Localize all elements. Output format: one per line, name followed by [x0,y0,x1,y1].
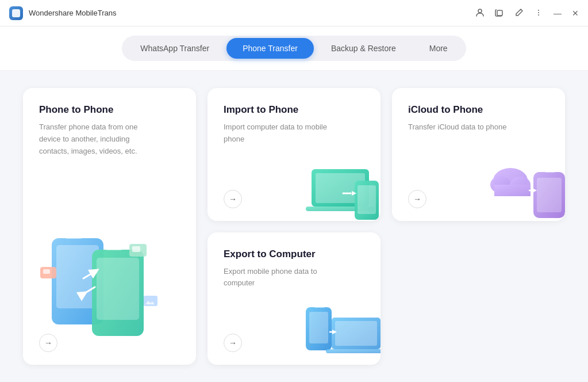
icloud-illustration [485,149,559,215]
card-phone-to-phone[interactable]: Phone to Phone Transfer phone data from … [23,88,196,365]
tab-more[interactable]: More [413,38,464,59]
svg-rect-23 [537,178,562,212]
duplicate-icon[interactable] [495,8,504,18]
card-phone-to-phone-desc: Transfer phone data from one device to a… [39,121,154,157]
card-import-arrow[interactable]: → [224,190,242,208]
svg-rect-31 [309,312,328,343]
titlebar: Wondershare MobileTrans — [0,0,588,26]
card-phone-to-phone-title: Phone to Phone [39,104,180,116]
account-icon[interactable] [475,8,485,18]
phone-to-phone-illustration [40,221,167,336]
svg-point-4 [538,14,539,16]
minimize-button[interactable]: — [554,9,562,17]
tab-backup-restore[interactable]: Backup & Restore [315,38,412,59]
edit-icon[interactable] [514,8,524,18]
card-import-to-phone[interactable]: Import to Phone Import computer data to … [207,88,381,221]
svg-rect-20 [358,185,376,214]
card-icloud-to-phone[interactable]: iCloud to Phone Transfer iCloud data to … [392,88,565,221]
tab-phone-transfer[interactable]: Phone Transfer [226,38,314,59]
card-phone-to-phone-arrow[interactable]: → [39,334,57,352]
close-button[interactable]: ✕ [572,9,579,17]
navbar: WhatsApp Transfer Phone Transfer Backup … [0,26,588,71]
menu-icon[interactable] [534,8,543,18]
svg-rect-10 [106,247,122,250]
card-icloud-arrow[interactable]: → [408,190,426,208]
svg-rect-15 [144,296,157,306]
svg-point-2 [538,10,539,11]
main-content: Phone to Phone Transfer phone data from … [0,71,588,382]
import-illustration [300,152,375,215]
card-import-title: Import to Phone [224,104,364,116]
card-export-arrow[interactable]: → [224,334,242,352]
app-logo [9,6,23,20]
window-controls: — ✕ [475,8,579,18]
card-export-title: Export to Computer [224,249,364,260]
svg-rect-7 [66,236,82,239]
svg-rect-9 [97,258,139,320]
nav-tab-group: WhatsApp Transfer Phone Transfer Backup … [122,36,466,61]
svg-rect-12 [43,269,50,274]
tab-whatsapp-transfer[interactable]: WhatsApp Transfer [124,38,225,59]
svg-rect-28 [494,185,531,196]
svg-point-3 [538,12,539,13]
card-icloud-desc: Transfer iCloud data to phone [408,121,523,133]
svg-rect-1 [497,10,502,16]
app-title: Wondershare MobileTrans [29,9,475,17]
card-export-to-computer[interactable]: Export to Computer Export mobile phone d… [207,232,381,365]
svg-rect-24 [545,170,555,173]
svg-rect-35 [326,349,381,353]
svg-point-0 [478,9,482,13]
card-export-desc: Export mobile phone data to computer [224,266,339,290]
svg-rect-32 [314,305,325,308]
svg-rect-14 [132,246,140,252]
export-illustration [294,290,375,359]
card-icloud-title: iCloud to Phone [408,104,549,116]
svg-rect-34 [335,321,377,346]
card-import-desc: Import computer data to mobile phone [224,121,339,146]
